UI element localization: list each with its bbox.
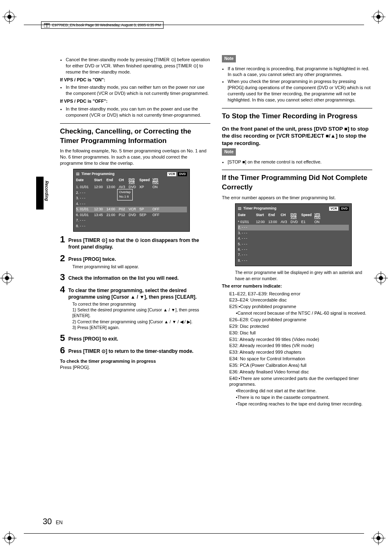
page-number-value: 30 xyxy=(43,517,52,526)
vcr-badge: VCR xyxy=(167,172,176,176)
error-item: •Recording did not start at the start ti… xyxy=(229,388,372,394)
overlap-callout: Overlap No.1 6 xyxy=(117,189,133,200)
table-row: 5. - - - xyxy=(238,242,349,247)
info-bullets: Cancel the timer-standby mode by pressin… xyxy=(60,57,210,75)
timer-programming-panel: ▤ Timer Programming VCR DVD Date Start E… xyxy=(73,169,190,232)
error-list: E1–E22, E37–E39: Recording errorE23–E24:… xyxy=(222,291,372,407)
bullet-item: In the timer-standby mode, you can turn … xyxy=(66,106,210,118)
panel-title: Timer Programming xyxy=(243,206,277,211)
step-4-sub-1: 1) Select the desired programme using [C… xyxy=(72,307,210,318)
intro-text: In the following example, No. 5 timer pr… xyxy=(60,148,210,166)
table-row: 6. 01/0113:4521:00P12DVDSEPOFF xyxy=(76,212,187,218)
bullet-item: In the timer-standby mode, you can neith… xyxy=(66,84,210,97)
table-row: 3. - - - xyxy=(238,230,349,236)
table-header: Date Start End CH DVD VCR Speed VPS PDC xyxy=(76,178,187,184)
heading-checking: Checking, Cancelling, or Correcting the … xyxy=(60,127,210,146)
step-1: 1Press [TIMER ⊙] so that the ⊙ icon disa… xyxy=(60,235,210,250)
crop-line xyxy=(24,533,364,534)
error-item: E32: Already recorded 99 titles (VR mode… xyxy=(229,343,372,349)
note-item: [STOP ■] on the remote control is not ef… xyxy=(228,159,372,165)
error-item: E36: Already finalised Video format disc xyxy=(229,369,372,375)
note-item: If a timer recording is proceeding, that… xyxy=(228,66,372,78)
registration-mark-icon xyxy=(0,271,14,285)
step-4-sub-2: 2) Correct the timer programming using [… xyxy=(72,319,210,325)
bullet-item: Cancel the timer-standby mode by pressin… xyxy=(66,57,210,75)
check-progress-head: To check the timer programming in progre… xyxy=(60,358,210,364)
book-metadata: E9770ED_EN.book Page 30 Wednesday, Augus… xyxy=(41,21,164,29)
subhead-vps-off: If VPS / PDC is "OFF": xyxy=(60,98,210,104)
stop-instruction: On the front panel of the unit, press [D… xyxy=(222,125,372,147)
table-row: 4. - - - xyxy=(238,236,349,241)
subhead-vps-on: If VPS / PDC is "ON": xyxy=(60,77,210,83)
section-tab xyxy=(36,177,44,210)
right-column: Note If a timer recording is proceeding,… xyxy=(222,55,372,409)
dvd-badge: DVD xyxy=(178,172,187,176)
note-label: Note xyxy=(222,148,236,156)
error-item: •Cannot record because of the NTSC / PAL… xyxy=(229,310,372,316)
timer-error-panel: ▤ Timer Programming VCR DVD Date Start E… xyxy=(235,203,352,266)
error-numbers-head: The error numbers indicate: xyxy=(222,283,372,289)
divider xyxy=(60,123,210,124)
list-icon: ▤ xyxy=(238,206,242,211)
divider xyxy=(222,170,372,170)
error-item: •Tape recording reaches to the tape end … xyxy=(229,401,372,407)
table-header: Date Start End CH DVD VCR Speed VPS PDC xyxy=(238,213,349,219)
table-row: 7. - - - xyxy=(238,252,349,258)
dvd-badge: DVD xyxy=(340,207,349,211)
error-item: E1–E22, E37–E39: Recording error xyxy=(229,291,372,297)
registration-mark-icon xyxy=(2,10,16,24)
note-label: Note xyxy=(222,55,236,62)
step-3: 3Check the information on the list you w… xyxy=(60,273,210,282)
error-item: E33: Already recorded 999 chapters xyxy=(229,349,372,355)
note-item: When you check the timer programming in … xyxy=(228,78,372,103)
step-4: 4To clear the timer programming, select … xyxy=(60,285,210,300)
table-row: 4. - - - xyxy=(76,201,187,207)
table-row: 7. - - - xyxy=(76,218,187,223)
section-name: Recording xyxy=(44,181,49,201)
step-2: 2Press [PROG] twice. xyxy=(60,254,210,263)
book-icon xyxy=(44,23,50,28)
step-2-sub: Timer programming list will appear. xyxy=(72,264,210,269)
step-4-sub-3: 3) Press [ENTER] again. xyxy=(72,325,210,330)
error-item: E35: PCA (Power Calibration Area) full xyxy=(229,362,372,368)
error-item: E26–E28: Copy prohibited programme xyxy=(229,317,372,323)
divider xyxy=(222,108,372,108)
table-row: 8. - - - xyxy=(76,223,187,229)
error-item: E34: No space for Control Information xyxy=(229,356,372,362)
list-icon: ▤ xyxy=(76,172,80,176)
error-item: E25:•Copy prohibited programme xyxy=(229,304,372,310)
vcr-badge: VCR xyxy=(329,207,338,211)
registration-mark-icon xyxy=(2,531,16,545)
error-item: E40:•There are some unrecorded parts due… xyxy=(229,375,372,388)
page-lang: EN xyxy=(56,520,63,525)
table-row: 6. - - - xyxy=(238,247,349,252)
error-intro: The error number appears on the timer pr… xyxy=(222,195,372,201)
left-column: Cancel the timer-standby mode by pressin… xyxy=(60,55,210,409)
heading-stop: To Stop the Timer Recording in Progress xyxy=(222,112,372,121)
registration-mark-icon xyxy=(371,531,385,545)
registration-mark-icon xyxy=(371,10,385,24)
table-row: 8. - - - xyxy=(238,258,349,263)
error-item: E29: Disc protected xyxy=(229,323,372,329)
error-item: E30: Disc full xyxy=(229,330,372,336)
error-item: E31: Already recorded 99 titles (Video m… xyxy=(229,336,372,343)
heading-error: If the Timer Programming Did Not Complet… xyxy=(222,173,372,192)
error-caption: The error programme will be displayed in… xyxy=(235,269,372,281)
table-row: 2. - - - xyxy=(238,225,349,230)
panel-title: Timer Programming xyxy=(81,172,115,176)
step-6: 6Press [TIMER ⊙] to return to the timer-… xyxy=(60,346,210,355)
registration-mark-icon xyxy=(374,271,388,285)
table-row: * 01/0112:0013:00AV3DVDE1ON xyxy=(238,219,349,225)
page-number: 30 EN xyxy=(43,517,62,526)
table-row: 5. 01/0112:3014:00P02VCRSPOFF xyxy=(76,207,187,212)
error-item: E23–E24: Unrecordable disc xyxy=(229,297,372,303)
error-item: •There is no tape in the cassette compar… xyxy=(229,394,372,401)
step-5: 5Press [PROG] to exit. xyxy=(60,334,210,343)
step-4-subhead: To correct the timer programming xyxy=(72,301,210,307)
check-progress-text: Press [PROG]. xyxy=(60,364,210,371)
book-metadata-text: E9770ED_EN.book Page 30 Wednesday, Augus… xyxy=(52,23,161,27)
